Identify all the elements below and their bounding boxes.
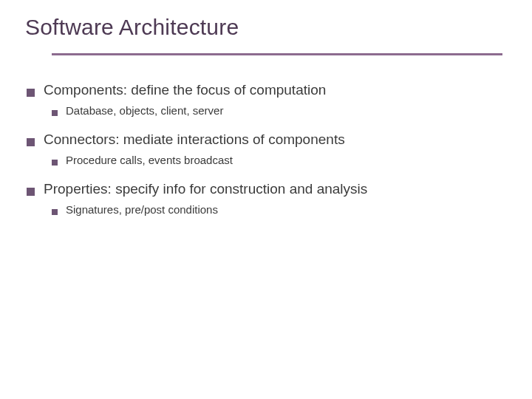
list-item: Components: define the focus of computat… bbox=[22, 82, 510, 98]
list-item-text: Connectors: mediate interactions of comp… bbox=[44, 132, 345, 148]
list-subitem: Database, objects, client, server bbox=[22, 104, 510, 117]
list-subitem: Procedure calls, events broadcast bbox=[22, 154, 510, 166]
slide: Software Architecture Components: define… bbox=[0, 0, 532, 253]
list-subitem-text: Database, objects, client, server bbox=[66, 104, 223, 117]
list-subitem-text: Procedure calls, events broadcast bbox=[66, 154, 233, 166]
list-item-text: Components: define the focus of computat… bbox=[44, 82, 326, 98]
list-item: Connectors: mediate interactions of comp… bbox=[22, 132, 510, 148]
square-bullet-icon bbox=[52, 110, 58, 116]
square-bullet-icon bbox=[27, 89, 35, 97]
list-subitem-text: Signatures, pre/post conditions bbox=[66, 203, 218, 216]
list-item: Properties: specify info for constructio… bbox=[22, 181, 510, 197]
square-bullet-icon bbox=[52, 160, 58, 166]
square-bullet-icon bbox=[27, 138, 35, 146]
slide-title: Software Architecture bbox=[25, 15, 510, 40]
slide-content: Components: define the focus of computat… bbox=[22, 82, 510, 216]
square-bullet-icon bbox=[52, 209, 58, 215]
list-item-text: Properties: specify info for constructio… bbox=[44, 181, 367, 197]
list-subitem: Signatures, pre/post conditions bbox=[22, 203, 510, 216]
square-bullet-icon bbox=[27, 188, 35, 196]
title-underline bbox=[52, 53, 502, 55]
